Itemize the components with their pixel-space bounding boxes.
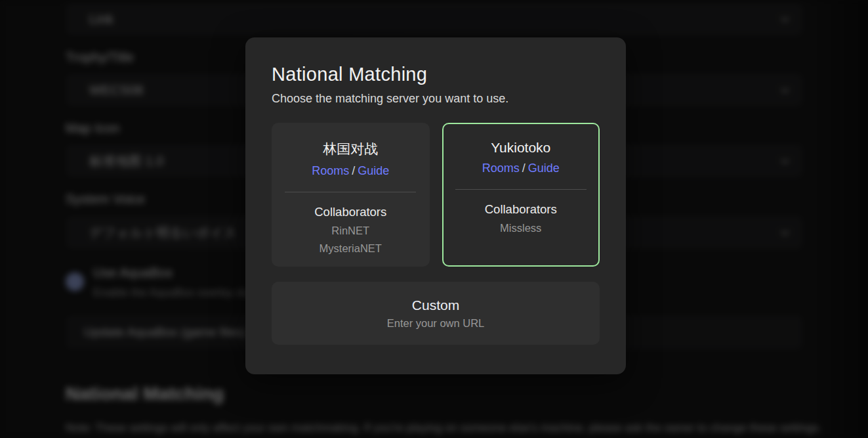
- server-links: Rooms/Guide: [444, 162, 599, 175]
- collaborator: MysteriaNET: [273, 240, 428, 257]
- card-divider: [455, 189, 587, 190]
- custom-card-title: Custom: [412, 297, 459, 313]
- modal-subtitle: Choose the matching server you want to u…: [272, 92, 600, 106]
- server-name: Yukiotoko: [444, 140, 599, 156]
- collaborator: RinNET: [273, 222, 428, 240]
- server-name: 林国对战: [273, 140, 428, 158]
- modal-title: National Matching: [272, 64, 600, 85]
- link-separator: /: [352, 164, 355, 177]
- guide-link[interactable]: Guide: [358, 164, 389, 177]
- card-divider: [285, 192, 416, 192]
- server-card-yukiotoko[interactable]: Yukiotoko Rooms/Guide Collaborators Miss…: [442, 123, 600, 267]
- collaborator: Missless: [444, 219, 599, 237]
- server-links: Rooms/Guide: [273, 164, 428, 178]
- guide-link[interactable]: Guide: [528, 162, 560, 175]
- custom-server-card[interactable]: Custom Enter your own URL: [272, 282, 600, 345]
- collaborators-label: Collaborators: [444, 202, 599, 217]
- collaborators-list: RinNET MysteriaNET: [273, 222, 428, 257]
- collaborators-list: Missless: [444, 219, 599, 237]
- custom-card-subtitle: Enter your own URL: [387, 317, 485, 330]
- national-matching-modal: National Matching Choose the matching se…: [245, 37, 626, 374]
- rooms-link[interactable]: Rooms: [482, 162, 520, 175]
- server-card-linguo[interactable]: 林国对战 Rooms/Guide Collaborators RinNET My…: [272, 123, 430, 267]
- screen: Link Trophy/Title WECS08 Map Icon 标准地图 1…: [0, 0, 868, 438]
- rooms-link[interactable]: Rooms: [312, 164, 349, 177]
- server-options: 林国对战 Rooms/Guide Collaborators RinNET My…: [272, 123, 600, 267]
- link-separator: /: [522, 162, 526, 175]
- collaborators-label: Collaborators: [273, 205, 428, 219]
